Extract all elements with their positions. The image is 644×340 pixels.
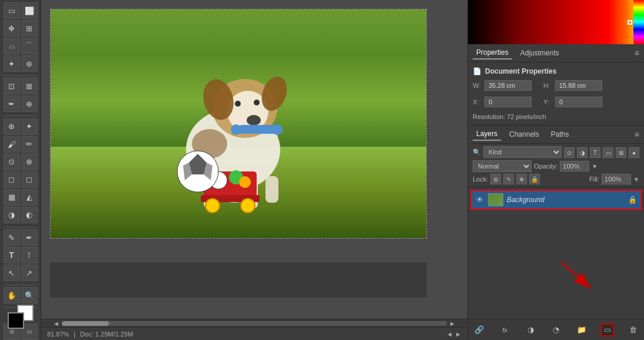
new-group-btn[interactable]: 📁	[575, 324, 588, 336]
pencil-tool[interactable]: ✏	[21, 136, 38, 153]
move-tool[interactable]: ✥	[4, 20, 20, 37]
blend-mode-select[interactable]: Normal	[473, 160, 532, 172]
quick-select-tool[interactable]: ⊛	[21, 55, 38, 72]
properties-tabs: Properties Adjustments ≡	[468, 44, 644, 62]
tab-channels[interactable]: Channels	[506, 128, 543, 140]
lock-position-btn[interactable]: ✥	[516, 174, 527, 184]
fx-btn[interactable]: fx	[499, 324, 512, 336]
layers-tabs: Layers Channels Paths ≡	[468, 126, 644, 144]
artboard-tool[interactable]: ⊞	[21, 20, 38, 37]
magic-wand-tool[interactable]: ✦	[4, 55, 20, 72]
doc-info: Doc: 1.29M/1.29M	[80, 331, 133, 338]
height-input[interactable]	[555, 80, 602, 91]
pixel-filter-icon[interactable]: ⊙	[564, 147, 575, 158]
patch-tool[interactable]: ✦	[21, 118, 38, 135]
layers-search-row: 🔍 Kind ⊙ ◑ T ▭ ⊞ ●	[473, 146, 639, 158]
text-filter-icon[interactable]: T	[590, 147, 600, 158]
brush-tool[interactable]: 🖌	[4, 136, 20, 153]
hand-tool[interactable]: ✋	[4, 287, 20, 303]
healing-brush-tool[interactable]: ⊕	[4, 118, 20, 135]
opacity-arrow[interactable]: ▼	[592, 163, 597, 170]
clone-stamp-tool[interactable]: ⊙	[4, 154, 20, 170]
vertical-text-tool[interactable]: ⊺	[21, 247, 38, 263]
y-input[interactable]	[555, 97, 602, 107]
tab-adjustments[interactable]: Adjustments	[517, 47, 563, 59]
layer-visibility-toggle[interactable]: 👁	[475, 195, 484, 204]
toggle-filter[interactable]: ●	[629, 147, 639, 158]
dodge-tool[interactable]: ◑	[4, 207, 20, 223]
color-sampler-tool[interactable]: ⊕	[21, 95, 38, 112]
tab-properties[interactable]: Properties	[473, 47, 512, 60]
burn-tool[interactable]: ◐	[21, 207, 38, 223]
layers-bottom-toolbar: 🔗 fx ◑ ◔ 📁 ▭ 🗑	[468, 319, 644, 340]
fill-input[interactable]	[602, 174, 631, 184]
eyedropper-tool[interactable]: ✒	[4, 95, 20, 112]
fill-arrow[interactable]: ▼	[633, 176, 639, 183]
pen-tool[interactable]: ✎	[4, 229, 20, 246]
rect-marquee-tool[interactable]: ▭	[4, 2, 20, 19]
background-eraser-tool[interactable]: ◻	[21, 171, 38, 188]
freeform-pen-tool[interactable]: ✒	[21, 229, 38, 246]
eraser-tool[interactable]: ◻	[4, 171, 20, 188]
scroll-thumb[interactable]	[62, 321, 109, 326]
new-fill-adjustment-btn[interactable]: ◑	[524, 324, 537, 336]
pattern-stamp-tool[interactable]: ⊗	[21, 154, 38, 170]
layers-menu-icon[interactable]: ≡	[635, 130, 639, 139]
text-tool[interactable]: T	[4, 247, 20, 263]
width-input[interactable]	[484, 80, 532, 91]
svg-point-19	[241, 199, 255, 213]
scroll-track[interactable]	[62, 321, 447, 326]
filter-icons: ⊙ ◑ T ▭ ⊞ ●	[564, 147, 639, 158]
shape-filter-icon[interactable]: ▭	[603, 147, 613, 158]
soccer-ball	[174, 148, 221, 197]
height-label: H:	[543, 82, 555, 89]
lock-all-btn[interactable]: 🔒	[529, 174, 540, 184]
link-layers-btn[interactable]: 🔗	[473, 324, 486, 336]
svg-point-13	[231, 124, 241, 135]
dog-image-content	[51, 9, 426, 238]
nav-right[interactable]: ►	[455, 331, 462, 338]
gradient-tool[interactable]: ▦	[4, 189, 20, 206]
lasso-tool[interactable]: ⌓	[4, 38, 20, 54]
x-input[interactable]	[484, 97, 532, 107]
scroll-left-btn[interactable]: ◄	[53, 320, 59, 327]
properties-menu-icon[interactable]: ≡	[635, 48, 639, 58]
tab-paths[interactable]: Paths	[547, 128, 573, 140]
delete-layer-btn[interactable]: 🗑	[626, 324, 639, 336]
path-select-tool[interactable]: ↖	[4, 265, 20, 281]
crop-tool[interactable]: ⊡	[4, 78, 20, 94]
lock-transparent-btn[interactable]: ⊞	[490, 174, 501, 184]
scroll-right-btn[interactable]: ►	[449, 320, 456, 327]
svg-point-18	[205, 199, 220, 213]
zoom-tool[interactable]: 🔍	[21, 287, 38, 303]
foreground-color-swatch[interactable]	[8, 312, 24, 329]
layer-lock-icon: 🔒	[628, 196, 637, 204]
direct-select-tool[interactable]: ↗	[21, 265, 38, 281]
doc-icon: 📄	[473, 67, 482, 75]
slice-tool[interactable]: ⊠	[21, 78, 38, 94]
status-bar: 81.87% | Doc: 1.29M/1.29M ◄ ►	[41, 327, 467, 340]
ellipse-marquee-tool[interactable]: ⬜	[21, 2, 38, 19]
paint-bucket-tool[interactable]: ◭	[21, 189, 38, 206]
layer-item-background[interactable]: 👁 Background 🔒	[470, 190, 642, 210]
kind-select[interactable]: Kind	[483, 146, 562, 158]
doc-properties-label: Document Properties	[485, 67, 556, 75]
polygonal-lasso-tool[interactable]: ⌒	[21, 38, 38, 54]
color-gradient-picker[interactable]	[468, 0, 644, 44]
gradient-cursor[interactable]	[628, 20, 632, 25]
opacity-input[interactable]	[560, 161, 589, 171]
new-layer-btn[interactable]: ▭	[601, 324, 614, 336]
width-label: W:	[473, 82, 484, 89]
opacity-label: Opacity:	[534, 163, 557, 170]
nav-left[interactable]: ◄	[446, 331, 453, 338]
resolution-text: Resolution: 72 pixels/inch	[473, 113, 546, 120]
horizontal-scrollbar[interactable]: ◄ ►	[41, 319, 467, 327]
layers-panel: Layers Channels Paths ≡ 🔍 Kind ⊙ ◑ T ▭ ⊞…	[468, 125, 644, 340]
canvas-image[interactable]	[50, 9, 427, 239]
left-toolbar: ▭ ⬜ ✥ ⊞ ⌓ ⌒ ✦ ⊛ ⊡ ⊠ ✒ ⊕ ⊕ ✦ 🖌 ✏ ⊙ ⊗ ◻ ◻ …	[0, 0, 41, 340]
lock-pixels-btn[interactable]: ✎	[503, 174, 514, 184]
tab-layers[interactable]: Layers	[473, 128, 501, 141]
adjustment-filter-icon[interactable]: ◑	[577, 147, 587, 158]
new-adjustment-layer-btn[interactable]: ◔	[550, 324, 563, 336]
smartobj-filter-icon[interactable]: ⊞	[616, 147, 626, 158]
